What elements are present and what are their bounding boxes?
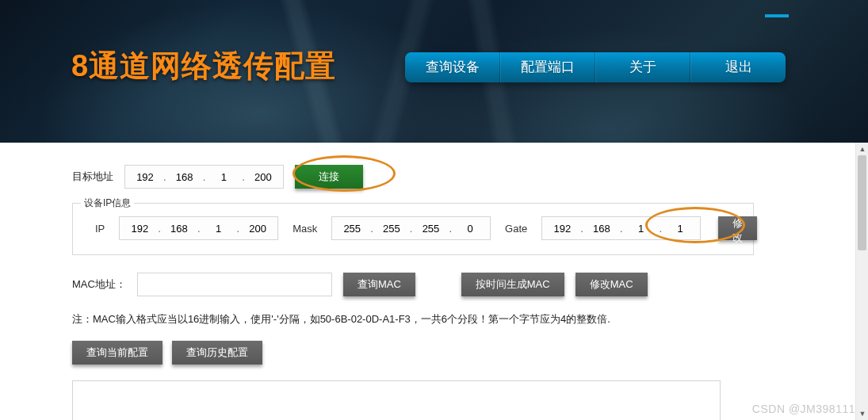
device-gate-a[interactable] [545,218,579,239]
device-ip-fieldset: 设备IP信息 IP . . . Mask . . . Gate . . . [72,203,754,255]
device-ip-a[interactable] [123,218,156,239]
query-current-config-button[interactable]: 查询当前配置 [72,341,163,365]
target-ip-b[interactable] [168,166,201,187]
query-mac-button[interactable]: 查询MAC [343,273,415,296]
device-mask-a[interactable] [335,218,369,239]
target-ip-d[interactable] [247,166,280,187]
nav-exit[interactable]: 退出 [690,52,786,82]
page-title: 8通道网络透传配置 [71,46,336,86]
scroll-thumb[interactable] [858,155,866,250]
mac-format-note: 注：MAC输入格式应当以16进制输入，使用'-'分隔，如50-6B-02-0D-… [72,312,868,326]
device-ip-d[interactable] [241,218,274,239]
ip-label: IP [95,223,105,235]
mac-row: MAC地址： 查询MAC 按时间生成MAC 修改MAC [72,273,868,296]
device-ip-b[interactable] [163,218,196,239]
scroll-track[interactable] [856,155,868,407]
device-mask-b[interactable] [375,218,408,239]
scroll-up-arrow-icon[interactable]: ▲ [856,143,868,155]
device-ip-legend: 设备IP信息 [81,197,134,210]
target-label: 目标地址 [72,170,113,184]
device-gate-c[interactable] [625,218,658,239]
output-textarea[interactable] [72,380,721,420]
modify-ip-button[interactable]: 修改IP参数 [718,216,757,240]
config-buttons: 查询当前配置 查询历史配置 [72,341,868,365]
gate-label: Gate [505,223,527,235]
nav-config-port[interactable]: 配置端口 [500,52,595,82]
scroll-down-arrow-icon[interactable]: ▼ [856,407,868,420]
target-ip-a[interactable] [128,166,162,187]
modify-mac-button[interactable]: 修改MAC [575,273,648,296]
target-row: 目标地址 . . . 连接 [72,165,868,189]
watermark: CSDN @JM398111 [752,403,855,415]
header-banner: 8通道网络透传配置 查询设备 配置端口 关于 退出 [0,0,868,143]
device-mask-input[interactable]: . . . [331,216,491,240]
gen-mac-button[interactable]: 按时间生成MAC [461,273,564,296]
nav-query-devices[interactable]: 查询设备 [405,52,500,82]
device-gate-input[interactable]: . . . [541,216,701,240]
main-panel: 目标地址 . . . 连接 设备IP信息 IP . . . Mask . . . [39,143,868,420]
nav-about[interactable]: 关于 [595,52,690,82]
device-ip-input[interactable]: . . . [119,216,278,240]
mac-input[interactable] [137,273,332,296]
target-ip-input[interactable]: . . . [124,165,284,189]
mask-label: Mask [293,223,317,235]
query-history-config-button[interactable]: 查询历史配置 [172,341,262,365]
device-mask-d[interactable] [453,218,487,239]
device-ip-c[interactable] [202,218,235,239]
accent-bar [765,14,789,17]
device-gate-d[interactable] [663,218,697,239]
nav-bar: 查询设备 配置端口 关于 退出 [405,52,786,82]
device-mask-c[interactable] [414,218,447,239]
vertical-scrollbar[interactable]: ▲ ▼ [855,143,868,420]
device-gate-b[interactable] [585,218,618,239]
target-ip-c[interactable] [207,166,240,187]
mac-label: MAC地址： [72,277,126,292]
connect-button[interactable]: 连接 [295,165,363,189]
